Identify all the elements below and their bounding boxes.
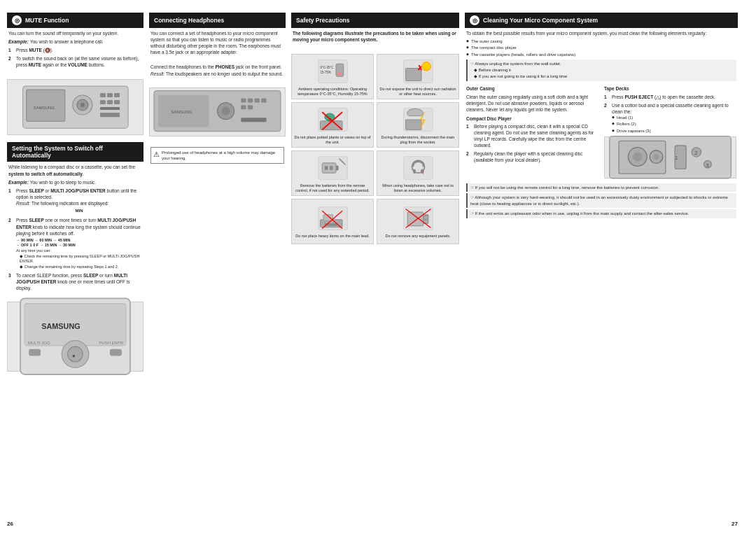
safety-image-panels: Do not remove any equipment panels. bbox=[377, 199, 459, 244]
left-page-num: 26 bbox=[7, 517, 144, 527]
headphones-title: Connecting Headphones bbox=[154, 17, 224, 24]
cleaning-item-2: The compact disc player bbox=[466, 45, 736, 50]
mute-title: MUTE Function bbox=[25, 17, 69, 24]
sleep-intro: While listening to a compact disc or a c… bbox=[8, 164, 142, 176]
headphones-section: Connecting Headphones You can connect a … bbox=[149, 13, 286, 81]
svg-rect-33 bbox=[248, 106, 253, 110]
right-page-num: 27 bbox=[465, 517, 738, 527]
svg-point-80 bbox=[653, 154, 659, 160]
cleaning-note: ☞ Always unplug the system from the wall… bbox=[466, 59, 736, 81]
tape-deck-image: 1 2 3 bbox=[604, 136, 736, 178]
connector-svg: SAMSUNG bbox=[150, 84, 285, 139]
svg-rect-6 bbox=[107, 93, 113, 97]
safety-header: Safety Precautions bbox=[291, 13, 459, 28]
svg-rect-21 bbox=[110, 349, 122, 356]
mute-body: You can turn the sound off temporarily o… bbox=[7, 28, 144, 72]
samsung-remote-image: SAMSUNG ● MULTI JOG PUSH ENTR bbox=[7, 302, 144, 372]
svg-rect-56 bbox=[336, 165, 339, 170]
mute-intro: You can turn the sound off temporarily o… bbox=[8, 31, 118, 36]
svg-rect-29 bbox=[248, 99, 253, 103]
headphones-warning: ⚠ Prolonged use of headphones at a high … bbox=[150, 147, 284, 164]
svg-text:!: ! bbox=[422, 169, 424, 176]
svg-rect-34 bbox=[241, 118, 266, 122]
safety-caption-4: During thunderstorms, disconnect the mai… bbox=[379, 135, 457, 145]
svg-rect-28 bbox=[241, 99, 246, 103]
svg-rect-10 bbox=[114, 100, 120, 104]
svg-rect-11 bbox=[100, 107, 120, 110]
cleaning-right-columns: Outer Casing Clean the outer casing regu… bbox=[466, 83, 736, 181]
safety-image-sun: Do not expose the unit to direct sun rad… bbox=[377, 54, 459, 99]
safety-image-thunder: During thunderstorms, disconnect the mai… bbox=[377, 102, 459, 148]
svg-rect-12 bbox=[100, 113, 120, 117]
svg-rect-40 bbox=[337, 72, 341, 75]
headphones-warning-body: ⚠ Prolonged use of headphones at a high … bbox=[149, 143, 286, 169]
final-note-1: ☞ If you will not be using the remote co… bbox=[466, 183, 736, 192]
safety-body: The following diagrams illustrate the pr… bbox=[291, 28, 459, 47]
svg-point-27 bbox=[222, 107, 230, 115]
svg-rect-57 bbox=[324, 166, 328, 169]
svg-text:SAMSUNG: SAMSUNG bbox=[41, 322, 80, 330]
svg-text:SAMSUNG: SAMSUNG bbox=[33, 106, 55, 110]
final-note-2: ☞ Although your system is very hard-wear… bbox=[466, 193, 736, 208]
outer-casing-title: Outer Casing bbox=[466, 85, 598, 92]
svg-text:PUSH ENTR: PUSH ENTR bbox=[99, 340, 123, 344]
safety-caption-8: Do not remove any equipment panels. bbox=[386, 234, 451, 239]
svg-rect-5 bbox=[100, 93, 106, 97]
headphones-body: You can connect a set of headphones to y… bbox=[149, 28, 286, 81]
svg-rect-30 bbox=[255, 99, 260, 103]
tape-step-2: 2 Use a cotton bud and a special cassett… bbox=[604, 102, 736, 134]
tape-part-rollers: Rollers (2) bbox=[612, 121, 736, 127]
mute-icon-circle: ◎ bbox=[12, 15, 22, 25]
sleep-body: While listening to a compact disc or a c… bbox=[7, 162, 144, 295]
svg-text:3: 3 bbox=[706, 162, 709, 169]
safety-caption-3: Do not place potted plants or vases on t… bbox=[293, 135, 372, 145]
svg-rect-61 bbox=[413, 169, 416, 173]
cd-step-2: 2 Regularly clean the player with a spec… bbox=[466, 150, 598, 163]
svg-rect-71 bbox=[407, 212, 424, 226]
mute-device-image: SAMSUNG bbox=[7, 79, 144, 135]
mute-device-svg: SAMSUNG bbox=[15, 83, 136, 132]
safety-caption-7: Do not place heavy items on the main lea… bbox=[295, 234, 369, 239]
tape-step-1: 1 Press PUSH EJECT (△) to open the casse… bbox=[604, 94, 736, 100]
safety-image-headphones: ! When using headphones, take care not t… bbox=[377, 150, 459, 196]
mid-left-column: Connecting Headphones You can connect a … bbox=[149, 13, 286, 527]
mute-section: ◎ MUTE Function You can turn the sound o… bbox=[7, 13, 144, 72]
tape-part-head: Head (1) bbox=[612, 115, 736, 120]
svg-text:1: 1 bbox=[675, 155, 678, 161]
left-column: ◎ MUTE Function You can turn the sound o… bbox=[7, 13, 144, 527]
outer-casing-text: Clean the outer casing regularly using a… bbox=[466, 94, 598, 113]
safety-intro: The following diagrams illustrate the pr… bbox=[293, 30, 458, 43]
safety-image-plants: Do not place potted plants or vases on t… bbox=[291, 102, 374, 148]
svg-point-78 bbox=[633, 153, 642, 162]
sleep-step-3: 3 To cancel SLEEP function, press SLEEP … bbox=[8, 272, 142, 291]
sleep-header: Setting the System to Switch off Automat… bbox=[7, 142, 144, 162]
svg-rect-32 bbox=[241, 106, 246, 110]
warning-icon: ⚠ bbox=[153, 150, 160, 160]
cleaning-item-3: The cassette players (heads, rollers and… bbox=[466, 52, 736, 57]
cleaning-col-2: Tape Decks 1 Press PUSH EJECT (△) to ope… bbox=[604, 83, 736, 181]
cleaning-header: ◎ Cleaning Your Micro Component System bbox=[465, 13, 738, 28]
mute-step-2: 2 To switch the sound back on (at the sa… bbox=[8, 55, 142, 68]
sleep-step-1: 1 Press SLEEP or MULTI JOG/PUSH ENTER bu… bbox=[8, 188, 142, 216]
mute-example-label: Example: bbox=[8, 39, 30, 44]
safety-image-batteries: Remove the batteries from the remote con… bbox=[291, 150, 374, 196]
headphones-warning-text: Prolonged use of headphones at a high vo… bbox=[162, 150, 281, 162]
cleaning-item-1: The outer casing bbox=[466, 38, 736, 44]
safety-caption-6: When using headphones, take care not to … bbox=[379, 183, 457, 193]
samsung-remote-svg: SAMSUNG ● MULTI JOG PUSH ENTR bbox=[8, 297, 143, 377]
svg-rect-58 bbox=[330, 166, 333, 169]
svg-text:MULTI JOG: MULTI JOG bbox=[28, 340, 50, 344]
svg-text:SAMSUNG: SAMSUNG bbox=[171, 111, 192, 115]
svg-rect-20 bbox=[29, 349, 41, 356]
tape-decks-title: Tape Decks bbox=[604, 85, 736, 92]
mute-step-1: 1 Press MUTE (🔇). bbox=[8, 47, 142, 53]
cleaning-section: ◎ Cleaning Your Micro Component System T… bbox=[465, 13, 738, 222]
mute-header: ◎ MUTE Function bbox=[7, 13, 144, 28]
safety-caption-5: Remove the batteries from the remote con… bbox=[293, 183, 372, 193]
svg-rect-53 bbox=[405, 120, 421, 129]
headphones-intro: You can connect a set of headphones to y… bbox=[150, 30, 284, 55]
svg-text:15-75%: 15-75% bbox=[320, 70, 331, 73]
cleaning-title: Cleaning Your Micro Component System bbox=[483, 17, 598, 24]
svg-rect-55 bbox=[322, 162, 336, 172]
cleaning-icon-circle: ◎ bbox=[470, 15, 479, 25]
